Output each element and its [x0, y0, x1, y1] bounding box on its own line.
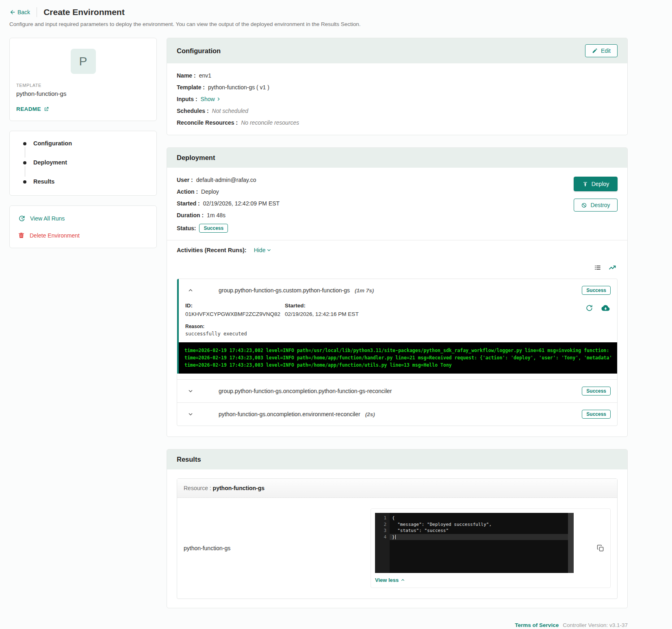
- deploy-button[interactable]: Deploy: [574, 177, 618, 191]
- resource-value: python-function-gs: [213, 485, 265, 491]
- config-template-row: Template : python-function-gs ( v1 ): [177, 84, 618, 91]
- inputs-show-link[interactable]: Show: [201, 96, 221, 102]
- editor-code-area: { "message": "Deployed successfully", "s…: [390, 513, 568, 573]
- controller-version: Controller Version: v3.1-37: [563, 622, 628, 628]
- activity-name: python-function-gs.oncompletion.environm…: [219, 411, 360, 417]
- field-value: python-function-gs ( v1 ): [208, 84, 269, 91]
- actions-card: View All Runs Delete Environment: [9, 205, 157, 248]
- template-name: python-function-gs: [16, 90, 150, 97]
- external-link-icon: [43, 106, 49, 112]
- deployment-section: Deployment User : default-admin@rafay.co…: [167, 147, 628, 437]
- reason-value: successfully executed: [185, 331, 611, 337]
- field-value: Deploy: [201, 188, 219, 195]
- code-line: }: [390, 534, 568, 540]
- view-all-runs-button[interactable]: View All Runs: [10, 210, 156, 227]
- delete-environment-button[interactable]: Delete Environment: [10, 227, 156, 244]
- activity-details: ID: 01KHVFXCYPGWXBMF2ZCZ9VNQ82 Started: …: [179, 302, 617, 320]
- view-less-toggle[interactable]: View less: [375, 577, 405, 583]
- copy-output-button[interactable]: [596, 544, 605, 552]
- activity-expanded: group.python-function-gs.custom.python-f…: [177, 279, 617, 374]
- step-deployment[interactable]: Deployment: [23, 159, 148, 178]
- field-label: Name :: [177, 72, 196, 79]
- configuration-title: Configuration: [177, 47, 221, 55]
- history-icon: [18, 215, 25, 222]
- activities-header: Activities (Recent Runs): Hide: [167, 240, 627, 260]
- activity-row-header[interactable]: group.python-function-gs.oncompletion.py…: [177, 380, 617, 402]
- chevron-up-icon[interactable]: [185, 285, 196, 296]
- code-line: {: [390, 515, 568, 521]
- chevron-down-icon: [266, 247, 272, 253]
- code-editor[interactable]: 1 2 3 4 { "message": "Deployed successfu…: [375, 513, 574, 573]
- config-inputs-row: Inputs : Show: [177, 96, 618, 102]
- activity-row-header[interactable]: group.python-function-gs.custom.python-f…: [179, 279, 617, 302]
- chevron-down-icon[interactable]: [185, 409, 196, 419]
- log-line: time=2026-02-19 17:43:23,003 level=INFO …: [184, 354, 611, 362]
- activity-name: group.python-function-gs.custom.python-f…: [219, 287, 350, 294]
- deploy-label: Deploy: [592, 181, 609, 187]
- field-label: Duration :: [177, 212, 204, 218]
- started-label: Started:: [285, 303, 359, 309]
- destroy-button[interactable]: Destroy: [574, 199, 618, 212]
- activity-status-badge: Success: [582, 286, 611, 295]
- field-value: Not scheduled: [212, 108, 249, 114]
- activities-hide-toggle[interactable]: Hide: [254, 247, 272, 253]
- steps-card: Configuration Deployment Results: [9, 131, 157, 196]
- code-line: "message": "Deployed successfully",: [390, 521, 568, 528]
- activity-reason: Reason: successfully executed: [179, 320, 617, 342]
- template-label: TEMPLATE: [16, 83, 150, 88]
- template-avatar: P: [71, 49, 96, 74]
- field-label: Started :: [177, 200, 200, 207]
- id-value: 01KHVFXCYPGWXBMF2ZCZ9VNQ82: [185, 311, 281, 317]
- deploy-action-row: Action : Deploy: [177, 188, 280, 195]
- show-label: Show: [201, 96, 215, 102]
- step-dot: [23, 142, 26, 145]
- chevron-up-icon: [400, 577, 405, 583]
- edit-button[interactable]: Edit: [585, 44, 618, 57]
- field-label: Reconcile Resources :: [177, 119, 238, 126]
- page-title: Create Environment: [43, 7, 125, 17]
- pencil-icon: [592, 48, 598, 54]
- results-title: Results: [177, 456, 201, 463]
- rerun-icon[interactable]: [584, 303, 594, 313]
- field-value: 02/19/2026, 12:42:09 PM EST: [203, 200, 280, 207]
- main-content: Configuration Edit Name : env1 Templat: [167, 38, 628, 608]
- hide-label: Hide: [254, 247, 266, 253]
- resource-label: Resource :: [184, 485, 211, 491]
- step-results[interactable]: Results: [23, 178, 148, 190]
- activity-row-header[interactable]: python-function-gs.oncompletion.environm…: [177, 403, 617, 426]
- left-sidebar: P TEMPLATE python-function-gs README Con…: [9, 38, 157, 248]
- list-view-icon[interactable]: [592, 262, 603, 273]
- download-logs-icon[interactable]: [600, 303, 611, 313]
- step-label: Results: [33, 178, 54, 190]
- activity-name: group.python-function-gs.oncompletion.py…: [219, 388, 392, 394]
- field-value: 1m 48s: [207, 212, 225, 218]
- edit-label: Edit: [601, 48, 611, 54]
- destroy-label: Destroy: [590, 202, 610, 208]
- activity-status-badge: Success: [582, 410, 611, 419]
- field-label: Template :: [177, 84, 205, 91]
- readme-link[interactable]: README: [16, 106, 49, 112]
- terms-of-service-link[interactable]: Terms of Service: [515, 622, 559, 628]
- chevron-down-icon[interactable]: [185, 386, 196, 396]
- reason-label: Reason:: [185, 324, 611, 329]
- activity-log-terminal[interactable]: time=2026-02-19 17:43:23,002 level=INFO …: [179, 342, 617, 374]
- deployment-title: Deployment: [177, 154, 215, 162]
- page-container: Back Create Environment Configure and in…: [9, 0, 628, 628]
- chart-view-icon[interactable]: [607, 262, 618, 273]
- activity-collapsed-row: group.python-function-gs.oncompletion.py…: [177, 379, 617, 402]
- field-label: Inputs :: [177, 96, 197, 102]
- step-configuration[interactable]: Configuration: [23, 140, 148, 159]
- config-reconcile-row: Reconcile Resources : No reconcile resou…: [177, 119, 618, 126]
- editor-scrollbar[interactable]: [568, 513, 574, 573]
- status-badge: Success: [199, 224, 228, 233]
- back-button[interactable]: Back: [9, 9, 30, 15]
- id-label: ID:: [185, 303, 281, 309]
- page-footer: Terms of Service Controller Version: v3.…: [9, 622, 628, 628]
- activity-duration: (1m 7s): [355, 287, 374, 294]
- result-output-container: 1 2 3 4 { "message": "Deployed successfu…: [371, 508, 611, 588]
- resource-row-label: python-function-gs: [184, 545, 371, 551]
- configuration-section: Configuration Edit Name : env1 Templat: [167, 38, 628, 135]
- field-label: Action :: [177, 188, 198, 195]
- chevron-right-icon: [216, 96, 221, 102]
- view-all-runs-label: View All Runs: [30, 215, 65, 222]
